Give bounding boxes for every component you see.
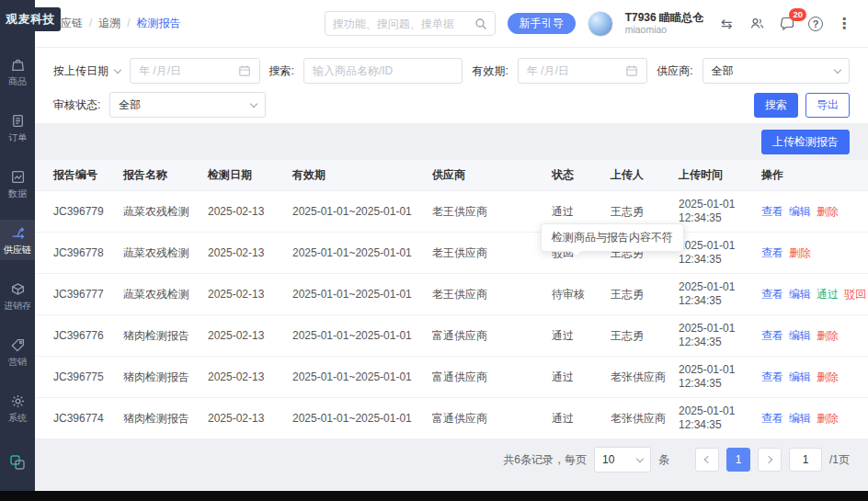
- delete-link[interactable]: 删除: [817, 411, 839, 427]
- upload-date-input[interactable]: 年 /月/日: [130, 58, 260, 84]
- sidebar-item-marketing[interactable]: 营销: [0, 332, 35, 372]
- col-status: 状态: [552, 167, 611, 183]
- sidebar-item-orders[interactable]: 订单: [0, 108, 35, 148]
- cell-validity: 2025-01-01~2025-01-01: [292, 370, 432, 383]
- sidebar-item-supply-chain[interactable]: 供应链: [0, 220, 35, 260]
- delete-link[interactable]: 删除: [817, 328, 839, 344]
- cell-report-name: 蔬菜农残检测: [123, 245, 208, 261]
- switch-store-icon[interactable]: ⇆: [717, 15, 736, 33]
- cell-test-date: 2025-02-13: [208, 288, 292, 301]
- account-subname: miaomiao: [625, 24, 703, 36]
- delete-link[interactable]: 删除: [817, 370, 839, 385]
- orders-icon: [10, 113, 26, 129]
- cell-supplier: 老王供应商: [432, 245, 552, 261]
- cell-status: 通过: [552, 370, 611, 385]
- date-type-label: 按上传日期: [53, 63, 108, 79]
- next-page-button[interactable]: [758, 448, 782, 472]
- cell-supplier: 富通供应商: [432, 328, 552, 344]
- sidebar-item-goods[interactable]: 商品: [0, 51, 35, 92]
- table-header: 报告编号 报告名称 检测日期 有效期 供应商 状态 上传人 上传时间 操作: [35, 160, 868, 191]
- delete-link[interactable]: 删除: [817, 204, 839, 220]
- page-jump-input[interactable]: [789, 448, 822, 472]
- breadcrumb-test-report[interactable]: 检测报告: [120, 16, 180, 31]
- view-link[interactable]: 查看: [761, 328, 783, 344]
- search-button[interactable]: 搜索: [754, 93, 798, 118]
- col-supplier: 供应商: [432, 167, 552, 183]
- filter-buttons: 搜索 导出: [754, 93, 850, 118]
- cell-report-name: 猪肉检测报告: [123, 411, 208, 427]
- status-tooltip: 检测商品与报告内容不符: [541, 223, 684, 252]
- total-pages-label: /1页: [829, 452, 850, 468]
- sidebar-item-inventory[interactable]: 进销存: [0, 276, 35, 316]
- cell-status: 通过: [552, 204, 611, 220]
- view-link[interactable]: 查看: [761, 204, 783, 220]
- contacts-icon[interactable]: [748, 15, 766, 33]
- cell-upload-time: 2025-01-01 12:34:35: [679, 280, 745, 308]
- supplier-label: 供应商:: [657, 63, 692, 79]
- more-icon[interactable]: ⋮: [835, 15, 853, 33]
- guide-button[interactable]: 新手引导: [508, 13, 576, 34]
- help-icon[interactable]: ?: [808, 17, 823, 31]
- edit-link[interactable]: 编辑: [789, 328, 811, 344]
- record-count-label: 共6条记录，每页: [503, 452, 587, 468]
- inventory-box-icon: [10, 281, 26, 297]
- view-link[interactable]: 查看: [761, 245, 783, 261]
- chevron-down-icon: [834, 65, 841, 73]
- view-link[interactable]: 查看: [761, 370, 783, 385]
- avatar[interactable]: [588, 11, 613, 37]
- view-link[interactable]: 查看: [761, 287, 783, 302]
- row-actions: 查看编辑删除: [761, 370, 861, 385]
- sidebar-item-label: 商品: [8, 76, 27, 86]
- chevron-left-icon: [704, 456, 712, 463]
- audit-status-select[interactable]: 全部: [109, 92, 266, 118]
- keyword-input-wrap[interactable]: [303, 58, 463, 84]
- page-1-button[interactable]: 1: [726, 448, 750, 472]
- cell-validity: 2025-01-01~2025-01-01: [292, 412, 432, 425]
- supplier-select[interactable]: 全部: [702, 58, 850, 84]
- chevron-down-icon: [636, 454, 644, 461]
- prev-page-button[interactable]: [695, 448, 719, 472]
- reject-link[interactable]: 驳回: [844, 287, 866, 302]
- upload-date-placeholder: 年 /月/日: [139, 63, 233, 79]
- date-type-dropdown[interactable]: 按上传日期: [53, 63, 120, 79]
- audit-status-value: 全部: [119, 97, 246, 113]
- edit-link[interactable]: 编辑: [789, 287, 811, 302]
- table-row: JC396774猪肉检测报告2025-02-132025-01-01~2025-…: [35, 398, 868, 439]
- edit-link[interactable]: 编辑: [789, 370, 811, 385]
- sidebar-item-label: 供应链: [4, 245, 31, 255]
- sidebar-item-system[interactable]: 系统: [0, 388, 35, 428]
- edit-link[interactable]: 编辑: [789, 411, 811, 427]
- delete-link[interactable]: 删除: [789, 245, 811, 261]
- topbar: 供应链 追溯 检测报告 新手引导 T7936 瞄瞄总仓 miaomiao ⇆ 2…: [35, 0, 868, 48]
- view-link[interactable]: 查看: [761, 411, 783, 427]
- filter-row-1: 按上传日期 年 /月/日 搜索: 有效期: 年 /月/日 供应商: 全部: [53, 58, 850, 84]
- cell-status: 通过: [552, 411, 611, 427]
- cell-upload-time: 2025-01-01 12:34:35: [679, 322, 745, 349]
- cell-test-date: 2025-02-13: [208, 205, 292, 218]
- chevron-right-icon: [765, 456, 772, 463]
- cell-report-no: JC396778: [53, 246, 123, 259]
- cell-uploader: 老张供应商: [611, 411, 679, 427]
- app-logo: 观麦科技: [0, 7, 61, 31]
- global-search-input[interactable]: [333, 17, 469, 30]
- row-actions: 查看编辑删除: [761, 328, 861, 344]
- cell-report-name: 蔬菜农残检测: [123, 204, 208, 220]
- export-button[interactable]: 导出: [805, 93, 850, 118]
- upload-report-button[interactable]: 上传检测报告: [761, 130, 850, 154]
- filter-panel: 按上传日期 年 /月/日 搜索: 有效期: 年 /月/日 供应商: 全部: [35, 48, 868, 123]
- approve-link[interactable]: 通过: [817, 287, 839, 302]
- account-info[interactable]: T7936 瞄瞄总仓 miaomiao: [625, 12, 703, 36]
- page-size-select[interactable]: 10: [594, 447, 651, 473]
- edit-link[interactable]: 编辑: [789, 204, 811, 220]
- keyword-input[interactable]: [313, 64, 453, 77]
- message-count-badge: 20: [789, 8, 806, 21]
- col-upload-time: 上传时间: [679, 167, 761, 183]
- cell-report-name: 蔬菜农残检测: [123, 287, 208, 302]
- messages-icon[interactable]: 20: [778, 15, 796, 33]
- sidebar-item-data[interactable]: 数据: [0, 164, 35, 204]
- people-icon: [749, 16, 765, 31]
- table-row: JC396777蔬菜农残检测2025-02-132025-01-01~2025-…: [35, 274, 868, 315]
- breadcrumb-trace[interactable]: 追溯: [83, 16, 120, 31]
- global-search-box[interactable]: [325, 11, 496, 36]
- validity-date-input[interactable]: 年 /月/日: [518, 58, 648, 84]
